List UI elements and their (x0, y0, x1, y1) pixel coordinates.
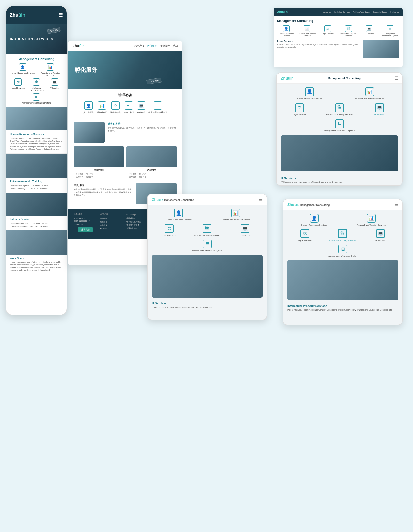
desktop-consulting-title: 管理咨询 (74, 93, 177, 98)
dtr-service-it[interactable]: 💻 IT Services (360, 25, 378, 37)
phone-services-grid-bottom: ⚖ Legal Services 🏛 Intellectual Property… (10, 78, 63, 91)
tbr2-img (287, 260, 398, 300)
tbr2-service-it[interactable]: 💻 IT Services (363, 229, 398, 242)
footer-ict-3[interactable]: 中关村科技服务 (126, 224, 150, 226)
tbr2-menu-icon[interactable]: ☰ (394, 202, 398, 207)
dtr-fin-icon: 📊 (304, 25, 310, 32)
phone-services-grid-top: 👤 Human Resources Services 📊 Financial a… (10, 63, 63, 76)
tmr-mis-icon: 🖥 (335, 119, 344, 128)
phone-hr-title: Human Resources Services (10, 133, 63, 136)
nav-link-platform[interactable]: 平台优势 (160, 44, 170, 47)
tmr-service-hr[interactable]: 👤 Human Resources Services (281, 87, 338, 100)
nav-link-services[interactable]: 孵化服务 (147, 44, 157, 47)
fin-icon: 📊 (47, 63, 54, 71)
footer-about-4[interactable]: 精英团队 (100, 227, 124, 230)
phone-consulting-section: Management Consulting 👤 Human Resources … (6, 54, 67, 107)
phone-service-ip[interactable]: 🏛 Intellectual Property Services (28, 78, 45, 91)
tbr2-header: Zhuûin Management Consulting ☰ (283, 199, 402, 210)
dtr-nav-about[interactable]: About Us (323, 11, 331, 13)
tbr1-service-it[interactable]: 💻 IT Services (227, 224, 263, 236)
phone-service-legal[interactable]: ⚖ Legal Services (10, 78, 27, 91)
desktop-hero-title: 孵化服务 (68, 66, 104, 74)
tbr2-service-ip[interactable]: 🏛 Intellectual Property Services (325, 229, 360, 242)
desktop-footer-btn[interactable]: 建设我们 (78, 227, 93, 232)
dtr-legal-img (363, 40, 399, 58)
phone-industry-items: Industry Resources Technical Guidance Di… (10, 222, 63, 227)
desktop-space-content: 空间服务 拥有舒适高效的孵化基地，舒适宜人的物理空间环境建设，风格年轻且具有不同… (74, 183, 132, 204)
dtr-nav-contact[interactable]: Contact Us (390, 11, 399, 13)
dtr-service-mis[interactable]: 🖥 Management Information System (381, 25, 399, 37)
dtr-title: Management Consulting (277, 19, 399, 23)
phone-service-hr[interactable]: 👤 Human Resources Services (10, 63, 35, 76)
dtr-service-legal[interactable]: ⚖ Legal Services (319, 25, 337, 37)
tmr-service-it[interactable]: 💻 IT Services (361, 103, 398, 116)
desktop-service-fin[interactable]: 📊 财务税务类 (97, 101, 107, 114)
footer-ict-4[interactable]: 管理信息科技 (126, 227, 150, 230)
tmr-services-top: 👤 Human Resources Services 📊 Financial a… (281, 87, 398, 100)
phone-menu-icon: ☰ (59, 12, 63, 18)
tbr2-legal-label: Legal Services (298, 239, 312, 242)
dtr-nav-cases[interactable]: Successful Cases (373, 11, 387, 13)
phone-ip-label: Intellectual Property Services (28, 87, 45, 91)
phone-entrepreneurship-title: Entrepreneurship Training (10, 180, 63, 183)
desktop-footer-about-title: 关于竹印 (100, 213, 124, 216)
tbr1-it-icon: 💻 (241, 224, 249, 233)
tbr1-service-legal[interactable]: ⚖ Legal Services (152, 224, 187, 236)
tbr1-service-ip[interactable]: 🏛 Intellectual Property Services (189, 224, 225, 236)
desktop-service-hr[interactable]: 👤 人力资源类 (83, 101, 94, 114)
ind-item-1: Industry Resources Technical Guidance (10, 222, 63, 224)
desktop-ip-icon: 🏛 (125, 101, 133, 110)
dtr-service-fin[interactable]: 📊 Financial and Taxation Services (298, 25, 316, 37)
tmr-service-legal[interactable]: ⚖ Legal Services (281, 103, 318, 116)
tmr-img (281, 135, 398, 171)
tmr-title: Management Consulting (328, 77, 361, 80)
logo-text: Zhu (10, 12, 18, 18)
tbr1-service-mis[interactable]: 🖥 Management Information System (152, 240, 263, 252)
tmr-ip-label: Intellectual Property Services (326, 113, 353, 116)
nav-link-about[interactable]: 关于我们 (134, 44, 144, 47)
desktop-ent-img (74, 146, 124, 167)
desktop-legal-label: 法律事务类 (110, 111, 121, 114)
dtr-nav-platform[interactable]: Platform Advantages (353, 11, 370, 13)
tbr2-body: 👤 Human Resources Services 📊 Financial a… (283, 210, 402, 315)
legal-icon: ⚖ (14, 78, 22, 86)
desktop-logo-text: Zhu (73, 44, 79, 48)
tbr1-service-hr[interactable]: 👤 Human Resources Services (152, 209, 206, 221)
tbr1-menu-icon[interactable]: ☰ (259, 197, 263, 202)
tbr2-service-legal[interactable]: ⚖ Legal Services (287, 229, 322, 242)
tablet-legal-services-mockup: Zhuûin Management Consulting ☰ 👤 Human R… (147, 194, 267, 320)
desktop-service-mis[interactable]: 🖥 企业管理信息系统类 (148, 101, 167, 114)
tbr2-ip-label: Intellectual Property Services (329, 239, 356, 242)
dtr-service-hr[interactable]: 👤 Human Resources Services (277, 25, 295, 37)
dtr-service-ip[interactable]: 🏛 Intellectual Property Services (339, 25, 358, 37)
tbr1-header: Zhuûin Management Consulting ☰ (148, 194, 267, 205)
tmr-logo: Zhuûin (281, 76, 294, 80)
footer-ict-1[interactable]: 中国科学院 (126, 217, 150, 220)
phone-service-mis[interactable]: 🖥 Management Information System (10, 93, 63, 104)
tbr2-service-mis[interactable]: 🖥 Management Information System (287, 245, 398, 257)
dtr-services-row: 👤 Human Resources Services 📊 Financial a… (277, 25, 399, 37)
footer-about-1[interactable]: 公司介绍 (100, 217, 124, 220)
footer-about-3[interactable]: 企业文化 (100, 224, 124, 227)
nav-link-success[interactable]: 成功 (173, 44, 178, 47)
tbr1-ip-icon: 🏛 (203, 224, 211, 233)
tmr-service-mis[interactable]: 🖥 Management Information System (281, 119, 398, 132)
tbr2-service-fin[interactable]: 📊 Financial and Taxation Services (344, 214, 398, 226)
tbr2-service-hr[interactable]: 👤 Human Resources Services (287, 214, 341, 226)
desktop-service-ip[interactable]: 🏛 知识产权类 (124, 101, 134, 114)
it-icon: 💻 (51, 78, 58, 86)
dtr-nav-incubation[interactable]: Incubation Services (334, 11, 350, 13)
footer-about-2[interactable]: 新闻资讯 (100, 221, 124, 223)
desktop-nav-links: 关于我们 孵化服务 平台优势 成功 (134, 44, 178, 47)
phone-service-fin[interactable]: 📊 Financial and Taxation Services (37, 63, 63, 76)
tbr1-service-fin[interactable]: 📊 Financial and Taxation Services (209, 209, 263, 221)
phone-hr-label: Human Resources Services (11, 72, 35, 74)
tmr-menu-icon[interactable]: ☰ (394, 76, 398, 81)
desktop-service-legal[interactable]: ⚖ 法律事务类 (110, 101, 121, 114)
phone-service-it[interactable]: 💻 IT Services (46, 78, 63, 91)
tmr-service-ip[interactable]: 🏛 Intellectual Property Services (321, 103, 358, 116)
desktop-service-it[interactable]: 💻 IT服务类 (137, 101, 145, 114)
tbr2-it-label: IT Services (375, 239, 386, 242)
tmr-service-fin[interactable]: 📊 Financial and Taxation Services (341, 87, 398, 100)
footer-ict-2[interactable]: 中科智汇投资基金 (126, 220, 150, 223)
